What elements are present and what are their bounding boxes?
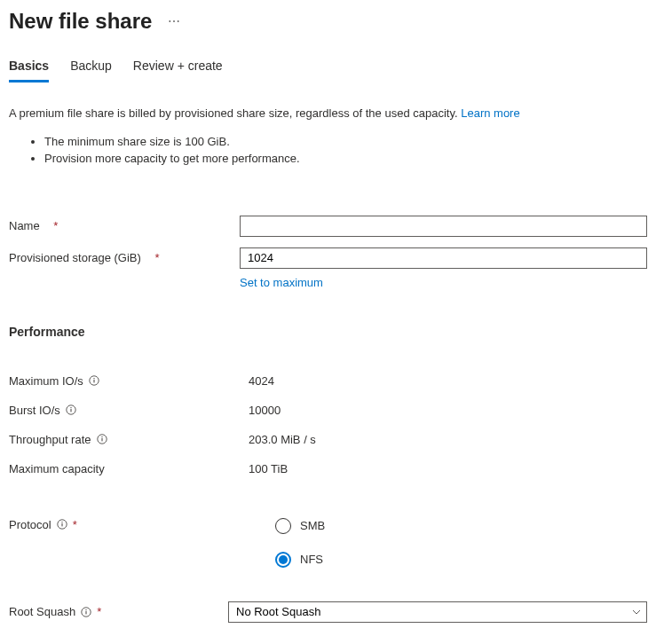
intro-body: A premium file share is billed by provis…: [9, 106, 461, 120]
info-icon[interactable]: [89, 375, 99, 386]
intro-text: A premium file share is billed by provis…: [9, 106, 647, 120]
radio-icon: [275, 518, 291, 534]
svg-rect-14: [86, 609, 87, 610]
radio-icon: [275, 552, 291, 568]
throughput-value: 203.0 MiB / s: [249, 433, 316, 446]
svg-rect-2: [93, 378, 94, 379]
max-capacity-value: 100 TiB: [249, 462, 288, 475]
required-marker: *: [73, 518, 77, 531]
row-max-capacity: Maximum capacity 100 TiB: [9, 462, 647, 475]
svg-rect-7: [101, 438, 102, 441]
set-to-maximum-link[interactable]: Set to maximum: [240, 276, 323, 289]
svg-rect-13: [86, 611, 87, 614]
protocol-label: Protocol *: [9, 518, 240, 531]
svg-rect-11: [61, 522, 62, 522]
row-max-io: Maximum IO/s 4024: [9, 374, 647, 388]
protocol-radio-smb[interactable]: SMB: [275, 518, 647, 534]
protocol-radio-nfs[interactable]: NFS: [275, 552, 647, 568]
svg-rect-5: [70, 407, 71, 408]
protocol-nfs-label: NFS: [300, 553, 323, 566]
provisioned-storage-label: Provisioned storage (GiB) *: [9, 251, 240, 264]
throughput-label: Throughput rate: [9, 433, 91, 446]
learn-more-link[interactable]: Learn more: [461, 106, 519, 120]
note-item: Provision more capacity to get more perf…: [44, 151, 647, 168]
row-protocol: Protocol * SMB NFS: [9, 518, 647, 568]
required-marker: *: [97, 605, 101, 618]
tab-backup[interactable]: Backup: [70, 59, 112, 82]
page-header: New file share ⋯: [9, 9, 647, 34]
row-burst-io: Burst IO/s 10000: [9, 404, 647, 417]
max-capacity-label: Maximum capacity: [9, 462, 105, 475]
info-icon[interactable]: [81, 607, 91, 617]
protocol-radio-group: SMB NFS: [240, 518, 647, 568]
more-icon[interactable]: ⋯: [168, 14, 181, 28]
burst-io-value: 10000: [249, 404, 281, 417]
name-input[interactable]: [240, 216, 647, 237]
required-marker: *: [154, 251, 159, 264]
svg-rect-4: [70, 409, 71, 412]
max-io-value: 4024: [249, 374, 274, 388]
intro-notes: The minimum share size is 100 GiB. Provi…: [44, 134, 647, 168]
row-throughput: Throughput rate 203.0 MiB / s: [9, 433, 647, 446]
svg-rect-1: [93, 380, 94, 382]
performance-heading: Performance: [9, 325, 647, 339]
row-root-squash: Root Squash * No Root Squash: [9, 601, 647, 623]
root-squash-select[interactable]: No Root Squash: [228, 601, 647, 623]
info-icon[interactable]: [97, 434, 107, 444]
tab-strip: Basics Backup Review + create: [9, 59, 647, 83]
protocol-smb-label: SMB: [300, 519, 325, 532]
info-icon[interactable]: [57, 519, 67, 530]
row-provisioned-storage: Provisioned storage (GiB) *: [9, 247, 647, 269]
max-io-label: Maximum IO/s: [9, 374, 83, 388]
svg-rect-8: [101, 436, 102, 437]
required-marker: *: [53, 219, 58, 232]
row-name: Name *: [9, 216, 647, 237]
note-item: The minimum share size is 100 GiB.: [44, 134, 647, 151]
tab-review-create[interactable]: Review + create: [133, 59, 223, 82]
tab-basics[interactable]: Basics: [9, 59, 49, 82]
provisioned-storage-input[interactable]: [240, 247, 647, 269]
burst-io-label: Burst IO/s: [9, 404, 60, 417]
name-label: Name *: [9, 219, 240, 232]
root-squash-label: Root Squash *: [9, 605, 228, 618]
page-title: New file share: [9, 9, 152, 34]
svg-rect-10: [61, 523, 62, 526]
info-icon[interactable]: [66, 404, 76, 415]
